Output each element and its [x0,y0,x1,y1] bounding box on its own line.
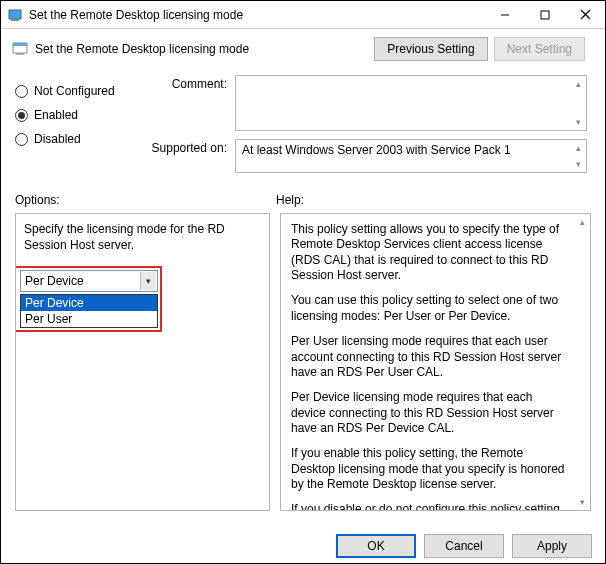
scroll-up-icon[interactable]: ▴ [575,215,589,229]
next-setting-button: Next Setting [494,37,585,61]
radio-icon [15,85,28,98]
radio-disabled[interactable]: Disabled [15,127,150,151]
help-paragraph: You can use this policy setting to selec… [291,293,568,324]
radio-icon [15,109,28,122]
dropdown-option-per-user[interactable]: Per User [21,311,157,327]
config-area: Not Configured Enabled Disabled Comment:… [1,65,605,181]
dropdown-option-per-device[interactable]: Per Device [21,295,157,311]
svg-rect-8 [16,53,24,55]
supported-on-label: Supported on: [150,139,235,173]
minimize-button[interactable] [485,1,525,28]
help-paragraph: If you enable this policy setting, the R… [291,446,568,492]
combobox-value: Per Device [25,274,84,288]
help-text: This policy setting allows you to specif… [291,222,568,511]
radio-label: Disabled [34,132,81,146]
options-header: Options: [15,193,270,207]
radio-label: Not Configured [34,84,115,98]
svg-rect-1 [11,19,19,21]
scrollbar[interactable]: ▴ ▾ [571,77,585,129]
licensing-mode-dropdown[interactable]: Per Device Per User [20,294,158,328]
app-icon [7,7,23,23]
help-header: Help: [270,193,591,207]
svg-rect-0 [9,10,21,19]
titlebar: Set the Remote Desktop licensing mode [1,1,605,29]
window-buttons [485,1,605,28]
options-instruction: Specify the licensing mode for the RD Se… [24,222,261,253]
scrollbar[interactable]: ▴ ▾ [571,141,585,171]
scroll-down-icon[interactable]: ▾ [575,495,589,509]
panels: Specify the licensing mode for the RD Se… [1,213,605,511]
scroll-down-icon[interactable]: ▾ [571,115,585,129]
fields-column: Comment: ▴ ▾ Supported on: At least Wind… [150,75,591,181]
radio-not-configured[interactable]: Not Configured [15,79,150,103]
supported-on-field: At least Windows Server 2003 with Servic… [235,139,587,173]
comment-label: Comment: [150,75,235,131]
close-button[interactable] [565,1,605,28]
scroll-up-icon[interactable]: ▴ [571,141,585,155]
svg-rect-3 [541,11,549,19]
comment-textarea[interactable]: ▴ ▾ [235,75,587,131]
previous-setting-button[interactable]: Previous Setting [374,37,487,61]
options-panel: Specify the licensing mode for the RD Se… [15,213,270,511]
column-headers: Options: Help: [1,181,605,213]
state-radios: Not Configured Enabled Disabled [15,75,150,181]
licensing-mode-combobox[interactable]: Per Device ▾ [20,270,158,292]
apply-button[interactable]: Apply [512,534,592,558]
header-title: Set the Remote Desktop licensing mode [35,42,374,56]
radio-label: Enabled [34,108,78,122]
help-paragraph: Per User licensing mode requires that ea… [291,334,568,380]
highlight-annotation: Per Device ▾ Per Device Per User [15,266,162,332]
help-paragraph: If you disable or do not configure this … [291,502,568,511]
nav-buttons: Previous Setting Next Setting [374,37,585,61]
scroll-up-icon[interactable]: ▴ [571,77,585,91]
radio-enabled[interactable]: Enabled [15,103,150,127]
dialog-footer: OK Cancel Apply [336,534,592,558]
help-paragraph: Per Device licensing mode requires that … [291,390,568,436]
window-title: Set the Remote Desktop licensing mode [29,8,485,22]
help-paragraph: This policy setting allows you to specif… [291,222,568,283]
ok-button[interactable]: OK [336,534,416,558]
chevron-down-icon[interactable]: ▾ [140,272,156,290]
supported-on-value: At least Windows Server 2003 with Servic… [242,143,511,157]
scroll-down-icon[interactable]: ▾ [571,157,585,171]
radio-icon [15,133,28,146]
maximize-button[interactable] [525,1,565,28]
header-row: Set the Remote Desktop licensing mode Pr… [1,29,605,65]
cancel-button[interactable]: Cancel [424,534,504,558]
svg-rect-7 [13,43,27,46]
policy-icon [11,40,29,58]
scrollbar[interactable]: ▴ ▾ [575,215,589,509]
help-panel: This policy setting allows you to specif… [280,213,591,511]
